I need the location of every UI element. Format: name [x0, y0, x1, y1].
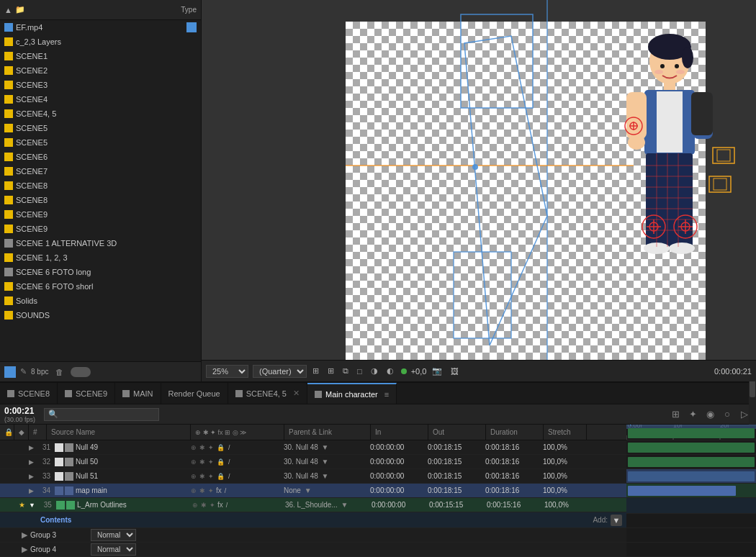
layer-row-32[interactable]: ▶ 32 Null 50 ⊕ ✱ ✦ 🔒 / 30. [0, 455, 626, 469]
character-illustration [576, 22, 742, 367]
grid-button[interactable]: ⊞ [325, 365, 337, 377]
list-item[interactable]: SCENE6 [0, 150, 201, 164]
layer-parent-34: None ▼ [281, 486, 367, 494]
list-item[interactable]: SCENE8 [0, 193, 201, 207]
column-header: 🔒 ◆ # Source Name ⊕ ✱ ✦ fx ⊞ ◎ ≫ Parent … [0, 425, 626, 440]
blend-mode-4[interactable]: Normal [91, 543, 136, 556]
tab-scene8[interactable]: SCENE8 [0, 383, 58, 404]
list-item[interactable]: SCENE9 [0, 222, 201, 236]
group-row-3[interactable]: ▶ Group 3 Normal [0, 528, 626, 543]
group-expand-4[interactable]: ▶ [22, 545, 27, 554]
show-snapshot-button[interactable]: 🖼 [448, 366, 462, 377]
sort-up-icon[interactable]: ▲ [4, 6, 12, 14]
list-item[interactable]: SCENE7 [0, 164, 201, 178]
layer-in-31: 0:00:00:00 [367, 443, 425, 451]
list-item[interactable]: SCENE 6 FOTO long [0, 265, 201, 279]
layer-parent-33: 30. Null 48 ▼ [281, 472, 367, 480]
layer-num-34: 34 [35, 486, 53, 494]
color-button[interactable]: ◑ [368, 365, 381, 377]
list-item[interactable]: SCENE 6 FOTO shorl [0, 279, 201, 294]
toggle-icon[interactable] [71, 367, 91, 377]
list-item[interactable]: SCENE9 [0, 207, 201, 222]
layer-row-34[interactable]: ▶ 34 map main ⊕ ✱ ✦ fx / No [0, 484, 626, 498]
expand-arrow-31[interactable]: ▶ [29, 444, 34, 451]
switch-shy[interactable]: ⊕ [190, 444, 197, 451]
tab-scene9[interactable]: SCENE9 [58, 383, 115, 404]
blend-mode-3[interactable]: Normal [91, 529, 136, 541]
timecode-display: 0:00:00:21 [714, 367, 752, 376]
list-item[interactable]: SCENE8 [0, 178, 201, 193]
svg-point-8 [682, 47, 693, 68]
tab-main-character[interactable]: Main character ≡ [307, 383, 397, 404]
group-row-4[interactable]: ▶ Group 4 Normal [0, 543, 626, 557]
group-label-4: Group 4 [30, 545, 88, 553]
layer-out-31: 0:00:18:15 [425, 443, 482, 451]
expand-arrow-35[interactable]: ▼ [29, 502, 35, 509]
list-item[interactable]: SCENE 1, 2, 3 [0, 250, 201, 265]
list-item[interactable]: SCENE5 [0, 121, 201, 135]
view-options-button[interactable]: ⧉ [340, 365, 351, 377]
switch-eye[interactable]: ✦ [207, 444, 215, 451]
list-item[interactable]: SCENE4, 5 [0, 107, 201, 121]
list-item[interactable]: SCENE3 [0, 78, 201, 92]
tab-main[interactable]: MAIN [115, 383, 161, 404]
project-list: EF.mp4 c_2,3 Layers SCENE1 SCENE2 SCENE3 [0, 20, 201, 361]
list-item[interactable]: SOUNDS [0, 308, 201, 322]
fx-switch-35[interactable]: fx [217, 501, 223, 509]
layer-row-35[interactable]: ★ ▼ 35 L_Arm Outlines ⊕ ✱ ✦ fx / [0, 498, 626, 512]
tab-render-queue[interactable]: Render Queue [161, 383, 228, 404]
bpc-label: 8 bpc [31, 368, 48, 376]
offset-display: +0,0 [411, 367, 427, 376]
layer-row-31[interactable]: ▶ 31 Null 49 ⊕ ✱ ✦ 🔒 / 30. [0, 440, 626, 455]
layer-row-33[interactable]: ▶ 33 Null 51 ⊕ ✱ ✦ 🔒 / 30. [0, 469, 626, 484]
zoom-select[interactable]: 25% 50% 100% [206, 365, 248, 378]
list-item[interactable]: c_2,3 Layers [0, 35, 201, 49]
layer-switches-button[interactable]: ✦ [685, 407, 700, 422]
contents-label: Contents [36, 516, 76, 524]
transfer-mode-button[interactable]: ◉ [703, 407, 717, 422]
add-contents-button[interactable]: ▼ [611, 515, 622, 526]
switch-solo[interactable]: ✱ [199, 444, 206, 451]
tab-close-scene45[interactable]: ✕ [293, 389, 300, 398]
fx-switch-34[interactable]: fx [216, 486, 222, 494]
tab-menu-icon[interactable]: ≡ [384, 390, 389, 399]
type-icon [186, 22, 197, 32]
shape-icon-35 [66, 501, 75, 510]
expand-arrow-33[interactable]: ▶ [29, 473, 34, 480]
solo-button[interactable]: ○ [720, 407, 734, 422]
layer-name-32: Null 50 [65, 458, 187, 466]
col-switches-header: ⊕ ✱ ✦ fx ⊞ ◎ ≫ [191, 425, 284, 440]
list-item[interactable]: SCENE5 [0, 135, 201, 150]
layer-num-31: 31 [35, 443, 53, 451]
tab-scene45[interactable]: SCENE4, 5 ✕ [228, 383, 307, 404]
quality-select[interactable]: (Quarter) (Half) (Full) [253, 365, 307, 378]
group-expand-3[interactable]: ▶ [22, 530, 27, 540]
trash-icon[interactable]: 🗑 [55, 368, 63, 376]
list-item[interactable]: SCENE2 [0, 63, 201, 78]
layer-name-34: map main [65, 486, 187, 495]
timeline-bar-group5 [626, 543, 756, 557]
svg-point-19 [669, 243, 695, 254]
parent-dropdown-icon[interactable]: ▼ [322, 443, 329, 451]
layer-color-31 [55, 443, 63, 452]
list-item[interactable]: SCENE1 [0, 49, 201, 63]
viewer-toolbar: 25% 50% 100% (Quarter) (Half) (Full) ⊞ ⊞… [202, 360, 756, 381]
expand-arrow-34[interactable]: ▶ [29, 487, 34, 494]
svg-marker-3 [464, 36, 547, 345]
timeline-bar-34 [626, 469, 756, 484]
list-item[interactable]: EF.mp4 [0, 20, 201, 35]
col-source-header: Source Name [47, 425, 191, 440]
snapshot-button[interactable]: 📷 [429, 365, 445, 377]
exposure-button[interactable]: ◐ [384, 365, 397, 377]
comp-flow-button[interactable]: ⊞ [668, 407, 683, 422]
playhead[interactable] [630, 425, 631, 425]
alpha-button[interactable]: □ [354, 366, 365, 377]
expand-arrow-32[interactable]: ▶ [29, 458, 34, 466]
timeline-search-input[interactable] [44, 408, 159, 421]
switch-lock[interactable]: 🔒 [216, 444, 225, 451]
list-item[interactable]: SCENE4 [0, 92, 201, 107]
list-item[interactable]: SCENE 1 ALTERNATIVE 3D [0, 236, 201, 250]
timeline-left: 🔒 ◆ # Source Name ⊕ ✱ ✦ fx ⊞ ◎ ≫ Parent … [0, 425, 626, 557]
fit-button[interactable]: ⊞ [310, 365, 322, 377]
list-item[interactable]: Solids [0, 294, 201, 308]
